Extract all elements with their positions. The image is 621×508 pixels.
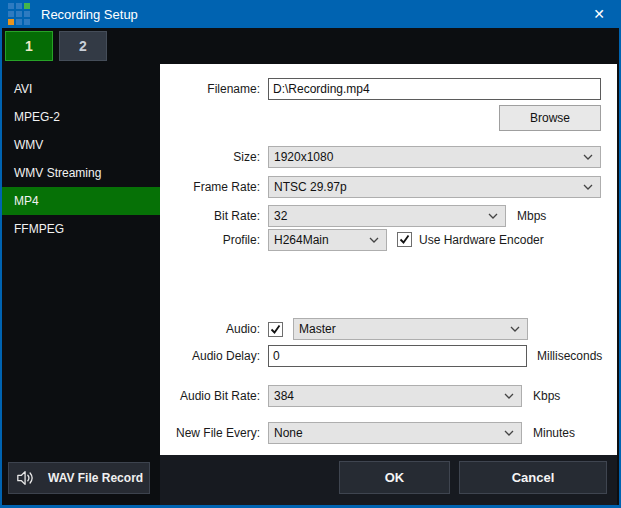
chevron-down-icon xyxy=(583,154,593,160)
audio-checkbox[interactable] xyxy=(268,322,283,337)
new-file-every-select[interactable]: None xyxy=(268,422,522,444)
browse-button[interactable]: Browse xyxy=(499,105,601,131)
wav-file-record-label: WAV File Record xyxy=(48,471,143,485)
new-file-every-label: New File Every: xyxy=(160,422,260,444)
audio-delay-unit: Milliseconds xyxy=(537,345,602,367)
ok-button[interactable]: OK xyxy=(339,461,450,494)
audio-delay-label: Audio Delay: xyxy=(160,345,260,367)
chevron-down-icon xyxy=(504,430,514,436)
chevron-down-icon xyxy=(510,326,520,332)
size-select[interactable]: 1920x1080 xyxy=(268,146,601,168)
audio-source-select[interactable]: Master xyxy=(293,318,528,340)
frame-rate-select[interactable]: NTSC 29.97p xyxy=(268,176,601,198)
bit-rate-select[interactable]: 32 xyxy=(268,205,506,227)
bit-rate-unit: Mbps xyxy=(517,205,546,227)
bit-rate-value: 32 xyxy=(274,209,287,223)
close-icon[interactable]: ✕ xyxy=(582,0,616,28)
sidebar-item-mpeg2[interactable]: MPEG-2 xyxy=(2,103,160,131)
sidebar-item-avi[interactable]: AVI xyxy=(2,75,160,103)
audio-bit-rate-select[interactable]: 384 xyxy=(268,385,522,407)
window-title: Recording Setup xyxy=(41,7,138,22)
checkmark-icon xyxy=(399,234,410,245)
frame-rate-value: NTSC 29.97p xyxy=(274,180,347,194)
profile-value: H264Main xyxy=(274,233,329,247)
tab-1[interactable]: 1 xyxy=(5,31,53,61)
profile-select[interactable]: H264Main xyxy=(268,229,387,251)
chevron-down-icon xyxy=(583,184,593,190)
speaker-icon xyxy=(16,469,36,487)
recording-setup-window: Recording Setup ✕ 1 2 AVI MPEG-2 WMV WMV… xyxy=(0,0,621,508)
chevron-down-icon xyxy=(488,213,498,219)
audio-bit-rate-label: Audio Bit Rate: xyxy=(160,385,260,407)
filename-label: Filename: xyxy=(160,78,260,100)
tab-2[interactable]: 2 xyxy=(59,31,107,61)
new-file-every-value: None xyxy=(274,426,303,440)
profile-label: Profile: xyxy=(160,229,260,251)
size-label: Size: xyxy=(160,146,260,168)
bit-rate-label: Bit Rate: xyxy=(160,205,260,227)
chevron-down-icon xyxy=(369,237,379,243)
footer-bar: OK Cancel xyxy=(160,455,617,505)
hardware-encoder-checkbox[interactable] xyxy=(397,232,412,247)
sidebar-item-mp4[interactable]: MP4 xyxy=(2,187,160,215)
sidebar-item-wmv-streaming[interactable]: WMV Streaming xyxy=(2,159,160,187)
wav-file-record-button[interactable]: WAV File Record xyxy=(8,462,150,494)
cancel-button[interactable]: Cancel xyxy=(459,461,607,494)
size-value: 1920x1080 xyxy=(274,150,333,164)
audio-source-value: Master xyxy=(299,322,336,336)
hardware-encoder-label: Use Hardware Encoder xyxy=(419,229,544,251)
audio-label: Audio: xyxy=(160,318,260,340)
audio-bit-rate-value: 384 xyxy=(274,389,294,403)
frame-rate-label: Frame Rate: xyxy=(160,176,260,198)
audio-bit-rate-unit: Kbps xyxy=(533,385,560,407)
audio-delay-input[interactable]: 0 xyxy=(268,345,527,367)
title-bar: Recording Setup ✕ xyxy=(0,0,621,28)
chevron-down-icon xyxy=(504,393,514,399)
checkmark-icon xyxy=(270,324,281,335)
settings-panel: Filename: D:\Recording.mp4 Browse Size: … xyxy=(160,64,617,455)
new-file-every-unit: Minutes xyxy=(533,422,575,444)
sidebar-item-wmv[interactable]: WMV xyxy=(2,131,160,159)
sidebar-item-ffmpeg[interactable]: FFMPEG xyxy=(2,215,160,243)
app-logo-icon xyxy=(8,3,30,25)
filename-input[interactable]: D:\Recording.mp4 xyxy=(268,78,601,100)
